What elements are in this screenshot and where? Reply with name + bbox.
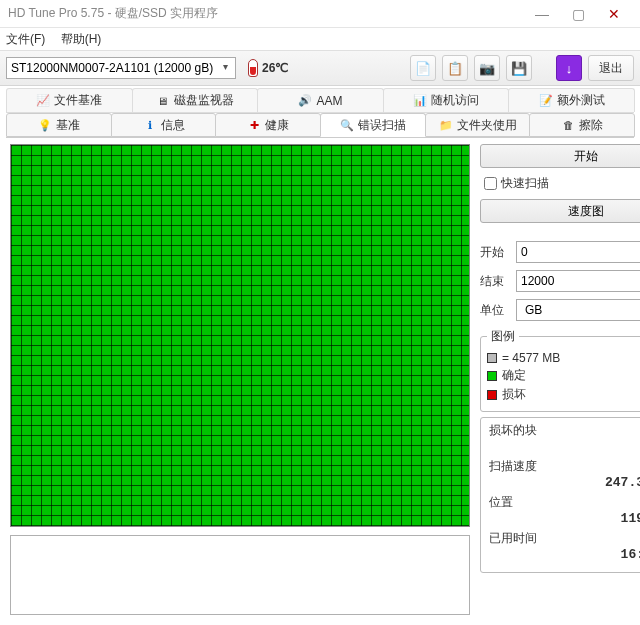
scan-grid — [10, 144, 470, 527]
tab-health[interactable]: ✚健康 — [215, 113, 321, 137]
info-icon: ℹ — [143, 118, 157, 132]
legend-ok-icon — [487, 371, 497, 381]
tab-info[interactable]: ℹ信息 — [111, 113, 217, 137]
thermometer-icon — [248, 59, 258, 77]
tab-error-scan[interactable]: 🔍错误扫描 — [320, 113, 426, 137]
copy-text-button[interactable]: 📄 — [410, 55, 436, 81]
maximize-button[interactable]: ▢ — [560, 6, 596, 22]
start-value-input[interactable] — [516, 241, 640, 263]
tab-disk-monitor[interactable]: 🖥磁盘监视器 — [132, 88, 259, 112]
stats-box: 损坏的块 0.0 % 扫描速度 247.3 MB/s 位置 11995 gB 已… — [480, 417, 640, 573]
refresh-button[interactable]: ↓ — [556, 55, 582, 81]
stat-damaged-label: 损坏的块 — [489, 422, 640, 439]
exit-button[interactable]: 退出 — [588, 55, 634, 81]
stat-speed-value: 247.3 MB/s — [489, 475, 640, 490]
unit-label: 单位 — [480, 302, 510, 319]
stat-elapsed-label: 已用时间 — [489, 530, 640, 547]
legend-block-icon — [487, 353, 497, 363]
legend-block-size: = 4577 MB — [502, 351, 560, 365]
tab-random-access[interactable]: 📊随机访问 — [383, 88, 510, 112]
minimize-button[interactable]: — — [524, 6, 560, 22]
end-label: 结束 — [480, 273, 510, 290]
tab-benchmark[interactable]: 💡基准 — [6, 113, 112, 137]
tab-erase[interactable]: 🗑擦除 — [529, 113, 635, 137]
tab-folder-usage[interactable]: 📁文件夹使用 — [425, 113, 531, 137]
random-icon: 📊 — [413, 94, 427, 108]
temperature-value: 26℃ — [262, 61, 288, 75]
stat-speed-label: 扫描速度 — [489, 458, 640, 475]
tab-extra-tests[interactable]: 📝额外测试 — [508, 88, 635, 112]
menu-file[interactable]: 文件(F) — [6, 32, 45, 46]
detail-textbox — [10, 535, 470, 615]
legend-ok: 确定 — [502, 367, 526, 384]
magnifier-icon: 🔍 — [340, 118, 354, 132]
legend-title: 图例 — [487, 328, 519, 345]
monitor-icon: 🖥 — [156, 94, 170, 108]
stat-position-label: 位置 — [489, 494, 640, 511]
temperature-display: 26℃ — [248, 59, 288, 77]
health-icon: ✚ — [247, 118, 261, 132]
folder-icon: 📁 — [439, 118, 453, 132]
copy-image-button[interactable]: 📋 — [442, 55, 468, 81]
legend-damaged-icon — [487, 390, 497, 400]
tab-file-benchmark[interactable]: 📈文件基准 — [6, 88, 133, 112]
menu-help[interactable]: 帮助(H) — [61, 32, 102, 46]
tab-aam[interactable]: 🔊AAM — [257, 88, 384, 112]
drive-select[interactable] — [6, 57, 236, 79]
quick-scan-checkbox[interactable]: 快速扫描 — [480, 173, 640, 194]
quick-scan-label: 快速扫描 — [501, 175, 549, 192]
extra-icon: 📝 — [539, 94, 553, 108]
speed-map-button[interactable]: 速度图 — [480, 199, 640, 223]
tab-row-upper: 📈文件基准 🖥磁盘监视器 🔊AAM 📊随机访问 📝额外测试 — [6, 88, 634, 113]
legend-damaged: 损坏 — [502, 386, 526, 403]
unit-select[interactable]: GB — [516, 299, 640, 321]
speaker-icon: 🔊 — [298, 94, 312, 108]
stat-position-value: 11995 gB — [489, 511, 640, 526]
legend-fieldset: 图例 = 4577 MB 确定 损坏 — [480, 328, 640, 412]
quick-scan-input[interactable] — [484, 177, 497, 190]
stat-elapsed-value: 16:53:58 — [489, 547, 640, 562]
title-bar: HD Tune Pro 5.75 - 硬盘/SSD 实用程序 — ▢ ✕ — [0, 0, 640, 28]
benchmark-icon: 💡 — [38, 118, 52, 132]
tab-row-lower: 💡基准 ℹ信息 ✚健康 🔍错误扫描 📁文件夹使用 🗑擦除 — [6, 113, 634, 138]
close-button[interactable]: ✕ — [596, 6, 632, 22]
start-scan-button[interactable]: 开始 — [480, 144, 640, 168]
trash-icon: 🗑 — [561, 118, 575, 132]
window-title: HD Tune Pro 5.75 - 硬盘/SSD 实用程序 — [8, 5, 524, 22]
file-icon: 📈 — [36, 94, 50, 108]
menu-bar: 文件(F) 帮助(H) — [0, 28, 640, 50]
screenshot-button[interactable]: 📷 — [474, 55, 500, 81]
side-panel: 开始 快速扫描 速度图 开始 ▲▼ 结束 ▲▼ — [480, 144, 640, 615]
stat-damaged-value: 0.0 % — [489, 439, 640, 454]
toolbar: 26℃ 📄 📋 📷 💾 ↓ 退出 — [0, 50, 640, 86]
save-button[interactable]: 💾 — [506, 55, 532, 81]
end-value-input[interactable] — [516, 270, 640, 292]
start-label: 开始 — [480, 244, 510, 261]
